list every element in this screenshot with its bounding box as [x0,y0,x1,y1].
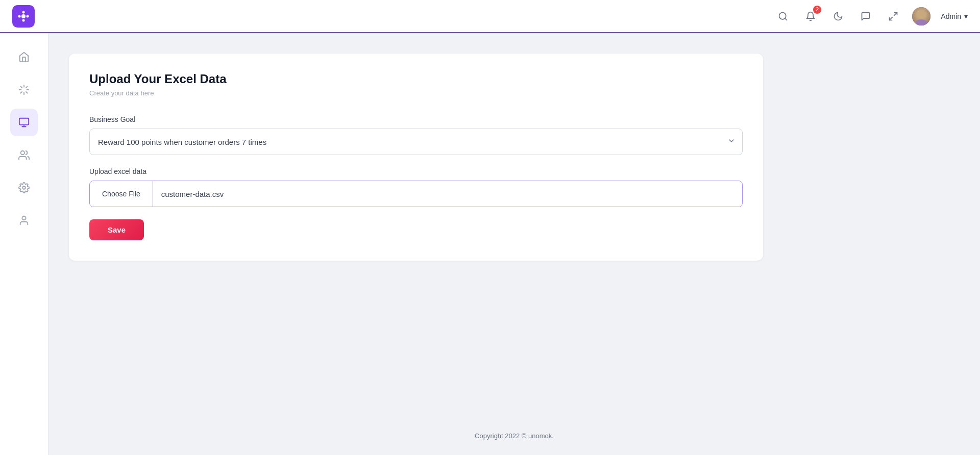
sidebar-item-profile[interactable] [10,207,38,234]
svg-line-14 [26,92,28,93]
business-goal-label: Business Goal [89,115,743,123]
business-goal-select[interactable]: Reward 100 points when customer orders 7… [89,129,743,155]
choose-file-button[interactable]: Choose File [90,181,153,207]
sidebar-item-analytics[interactable] [10,76,38,104]
upload-field: Upload excel data Choose File customer-d… [89,167,743,207]
svg-point-3 [18,15,21,17]
copyright-text: Copyright 2022 © unomok. [475,432,554,440]
admin-label: Admin [941,12,961,20]
svg-line-13 [21,87,22,88]
topbar-right: 2 Admin [774,7,968,26]
admin-menu[interactable]: Admin ▾ [941,12,968,20]
svg-line-7 [894,12,897,15]
business-goal-field: Business Goal Reward 100 points when cus… [89,115,743,155]
svg-point-21 [22,186,26,189]
file-input-wrapper: Choose File customer-data.csv [89,181,743,207]
upload-label: Upload excel data [89,167,743,175]
svg-point-0 [21,14,26,18]
notification-badge: 2 [813,6,821,14]
svg-line-6 [785,18,787,20]
svg-line-15 [21,92,22,93]
svg-point-2 [22,19,25,21]
svg-rect-17 [19,118,29,125]
sidebar-item-settings[interactable] [10,174,38,201]
page-subtitle: Create your data here [89,89,743,97]
file-name-display: customer-data.csv [153,181,742,207]
search-icon[interactable] [774,8,792,25]
admin-chevron: ▾ [964,12,968,20]
app-logo[interactable] [12,5,35,28]
footer: Copyright 2022 © unomok. [69,422,960,445]
svg-point-22 [22,216,26,220]
page-title: Upload Your Excel Data [89,72,743,86]
fullscreen-icon[interactable] [885,8,902,25]
chat-icon[interactable] [857,8,874,25]
form-card: Upload Your Excel Data Create your data … [69,54,763,261]
sidebar-item-data-upload[interactable] [10,109,38,136]
layout: Upload Your Excel Data Create your data … [0,33,980,455]
svg-point-9 [918,11,925,18]
notification-icon[interactable]: 2 [802,8,819,25]
topbar: 2 Admin [0,0,980,33]
svg-point-4 [27,15,29,17]
svg-point-10 [915,19,927,26]
svg-point-1 [22,11,25,13]
save-button[interactable]: Save [89,219,144,240]
sidebar [0,33,48,455]
main-content: Upload Your Excel Data Create your data … [48,33,980,455]
dark-mode-icon[interactable] [829,8,847,25]
sidebar-item-home[interactable] [10,43,38,71]
svg-point-20 [21,151,24,155]
business-goal-select-wrapper: Reward 100 points when customer orders 7… [89,129,743,155]
svg-line-16 [26,87,28,88]
sidebar-item-users[interactable] [10,141,38,169]
svg-line-8 [890,17,893,20]
avatar[interactable] [912,7,930,26]
